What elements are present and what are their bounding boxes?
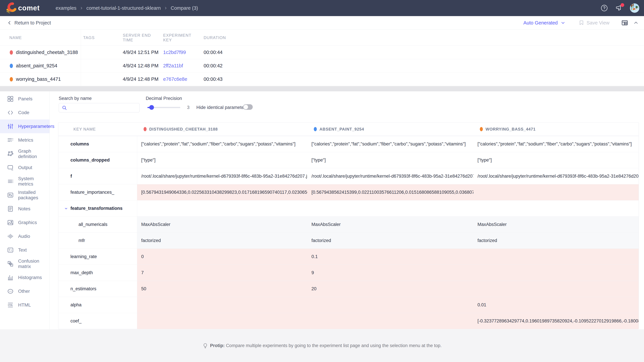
compare-col-label: ABSENT_PAINT_9254 <box>320 127 364 132</box>
svg-text:Py: Py <box>9 194 12 197</box>
graphics-icon <box>7 219 14 226</box>
text-icon: TT <box>7 247 14 253</box>
param-key-label: coef_ <box>70 319 82 324</box>
param-value-col1: ["type"] <box>137 152 308 168</box>
param-value-col2 <box>308 200 474 216</box>
experiment-name[interactable]: absent_paint_9254 <box>0 59 81 72</box>
collapse-panel-icon[interactable] <box>633 20 639 26</box>
param-row-f: f/root/.local/share/jupyter/runtime/kern… <box>58 168 639 184</box>
param-value-col3: [-0.3237728963429774,0.19601989735820924… <box>474 313 639 329</box>
panels-icon <box>7 95 14 102</box>
param-row-columns: columns["calories","protein","fat","sodi… <box>58 136 639 152</box>
announcements-icon[interactable] <box>615 4 623 12</box>
param-value-col3: /root/.local/share/jupyter/runtime/kerne… <box>474 168 639 184</box>
experiment-end-time: 4/9/24 12:48 PM <box>120 59 161 72</box>
sidebar-item-code[interactable]: Code <box>0 106 50 119</box>
protip-bold: Protip: <box>210 343 225 348</box>
param-key: learning_rate <box>58 249 137 265</box>
compare-col-header-distinguished_cheetah_3188: DISTINGUISHED_CHEETAH_3188 <box>137 122 308 136</box>
app-root: comet examples›comet-tutorial-1-structur… <box>0 0 644 362</box>
compare-col-header-worrying_bass_4471: WORRYING_BASS_4471 <box>474 122 639 136</box>
sidebar-item-text[interactable]: TTText <box>0 243 50 257</box>
comet-wordmark: comet <box>18 4 40 12</box>
sidebar-item-label: Graphics <box>18 220 37 225</box>
view-toolbar: Return to Project Auto Generated Save Vi… <box>0 16 644 30</box>
audio-icon <box>7 233 14 240</box>
sidebar-item-label: Hyperparameters <box>18 124 54 129</box>
sidebar-item-other[interactable]: Other <box>0 284 50 298</box>
other-icon <box>7 288 14 295</box>
avatar[interactable] <box>630 3 639 13</box>
view-selector-dropdown[interactable]: Auto Generated <box>524 20 566 26</box>
sidebar-item-output[interactable]: Output <box>0 161 50 174</box>
metrics-icon <box>7 137 14 143</box>
exp-col-header-experiment-key: EXPERIMENT KEY <box>161 30 201 45</box>
bookmark-icon <box>578 20 584 26</box>
view-selector-label: Auto Generated <box>524 20 558 26</box>
sidebar-item-notes[interactable]: Notes <box>0 202 50 216</box>
experiment-name[interactable]: worrying_bass_4471 <box>0 72 81 86</box>
sidebar-item-histograms[interactable]: Histograms <box>0 271 50 284</box>
param-value-col3: 0.01 <box>474 297 639 313</box>
hide-identical-toggle[interactable] <box>243 104 253 110</box>
decimal-precision-slider[interactable] <box>148 107 180 108</box>
help-icon[interactable] <box>600 4 608 12</box>
sidebar-item-html[interactable]: HTMLHTML <box>0 298 50 312</box>
param-row-mfr: mfrfactorizedfactorizedfactorized <box>58 232 639 249</box>
experiment-color-dot <box>144 127 146 131</box>
param-value-col3: ["calories","protein","fat","sodium","fi… <box>474 136 639 152</box>
sidebar-item-system-metrics[interactable]: System metrics <box>0 174 50 188</box>
sidebar-item-graphics[interactable]: Graphics <box>0 216 50 229</box>
sidebar-item-label: System metrics <box>18 176 50 187</box>
breadcrumb-separator-icon: › <box>165 5 166 11</box>
slider-knob[interactable] <box>149 105 154 110</box>
param-value-col2: factorized <box>308 233 474 249</box>
sidebar-item-installed-packages[interactable]: PyInstalled packages <box>0 188 50 202</box>
param-value-col2: 20 <box>308 281 474 297</box>
toggle-knob <box>244 105 248 109</box>
experiment-key-link[interactable]: e767c6e8e <box>163 76 187 82</box>
comet-logo[interactable]: comet <box>6 2 40 14</box>
return-to-project-button[interactable]: Return to Project <box>7 20 51 26</box>
param-value-col3: ["type"] <box>474 152 639 168</box>
sidebar-item-confusion-matrix[interactable]: Confusion matrix <box>0 257 50 271</box>
experiment-name-label: absent_paint_9254 <box>16 63 57 68</box>
experiment-row: worrying_bass_44714/9/24 12:48 PMe767c6e… <box>0 72 644 86</box>
breadcrumb-item-1[interactable]: comet-tutorial-1-structured-sklearn <box>86 5 161 11</box>
param-value-col1: factorized <box>137 233 308 249</box>
experiment-row: distinguished_cheetah_31884/9/24 12:51 P… <box>0 46 644 59</box>
save-view-label: Save View <box>587 20 610 26</box>
param-value-col2 <box>308 313 474 329</box>
hyperparameters-icon <box>7 123 14 130</box>
sidebar-item-audio[interactable]: Audio <box>0 229 50 243</box>
sidebar-item-graph-definition[interactable]: Graph definition <box>0 147 50 161</box>
key-name-header: KEY NAME <box>58 122 137 136</box>
param-value-col2: ["calories","protein","fat","sodium","fi… <box>308 136 474 152</box>
breadcrumb-item-0[interactable]: examples <box>56 5 76 11</box>
param-value-col1 <box>137 297 308 313</box>
experiment-key-link[interactable]: 2ff2a11bf <box>163 63 183 68</box>
param-key-label: feature_transformations <box>70 206 122 211</box>
save-view-button[interactable]: Save View <box>578 20 610 26</box>
table-layout-icon[interactable] <box>621 19 628 26</box>
footer: Protip: Compare multiple experiments by … <box>0 329 644 362</box>
breadcrumb-item-2[interactable]: Compare (3) <box>171 5 198 11</box>
experiment-key-link[interactable]: 1c2bd7f99 <box>163 50 186 55</box>
sidebar-item-panels[interactable]: Panels <box>0 92 50 106</box>
chevron-down-icon[interactable] <box>64 206 68 211</box>
sidebar-item-label: Text <box>18 247 27 253</box>
search-input[interactable] <box>69 105 139 110</box>
experiment-name[interactable]: distinguished_cheetah_3188 <box>0 46 81 59</box>
sidebar-item-metrics[interactable]: Metrics <box>0 133 50 147</box>
param-key-label: columns <box>70 141 89 147</box>
experiment-duration: 00:00:44 <box>201 46 644 59</box>
hyperparameters-content: Search by name Decimal Precision 3 Hide … <box>50 91 644 329</box>
sidebar: PanelsCodeHyperparametersMetricsGraph de… <box>0 91 50 329</box>
param-key: f <box>58 168 137 184</box>
decimal-precision-value: 3 <box>187 105 190 110</box>
sidebar-item-hyperparameters[interactable]: Hyperparameters <box>0 119 50 133</box>
param-key[interactable]: feature_transformations <box>58 200 137 216</box>
topnav-actions <box>600 3 639 13</box>
compare-table-header: KEY NAME DISTINGUISHED_CHEETAH_3188ABSEN… <box>58 122 639 136</box>
param-value-col2: ["type"] <box>308 152 474 168</box>
